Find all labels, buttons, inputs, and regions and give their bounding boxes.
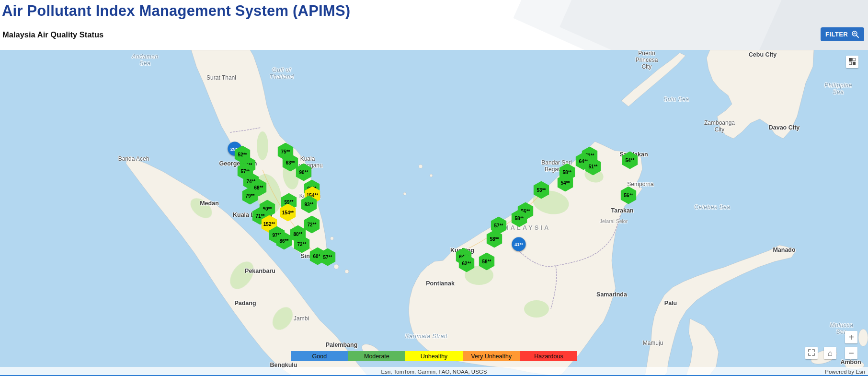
marker-layer: 25**52**75**63**62**57**90**74**68**96**… <box>0 50 868 376</box>
fullscreen-button[interactable] <box>805 347 818 359</box>
zoom-out-button[interactable]: − <box>845 347 857 359</box>
home-icon: ⌂ <box>828 349 833 357</box>
aqi-station-marker[interactable]: 58** <box>479 253 495 271</box>
overview-grid-icon <box>849 58 856 66</box>
aqi-station-marker[interactable]: 53** <box>534 181 549 199</box>
apims-page: Air Pollutant Index Management System (A… <box>0 0 868 377</box>
page-title: Air Pollutant Index Management System (A… <box>2 2 350 20</box>
attribution-sources: Esri, TomTom, Garmin, FAO, NOAA, USGS <box>381 369 487 375</box>
zoom-in-button[interactable]: + <box>845 331 857 343</box>
filter-button-label: FILTER <box>825 31 848 38</box>
expand-icon <box>808 349 815 357</box>
home-button[interactable]: ⌂ <box>824 347 836 359</box>
aqi-station-marker[interactable]: 56** <box>621 187 637 204</box>
legend-hazardous: Hazardous <box>520 351 577 361</box>
search-filter-icon <box>851 30 859 38</box>
legend-unhealthy: Unhealthy <box>405 351 463 361</box>
legend-good: Good <box>291 351 348 361</box>
header: Air Pollutant Index Management System (A… <box>0 0 868 50</box>
aqi-station-marker[interactable]: 72** <box>304 216 320 234</box>
bottom-accent-line <box>0 375 868 376</box>
legend-very-unhealthy: Very Unhealthy <box>463 351 520 361</box>
filter-button[interactable]: FILTER <box>821 27 864 41</box>
aqi-station-marker[interactable]: 41** <box>512 237 526 251</box>
aqi-station-marker[interactable]: 54** <box>622 152 638 169</box>
overview-map-button[interactable] <box>846 56 858 68</box>
legend-moderate: Moderate <box>348 351 406 361</box>
page-subtitle: Malaysia Air Quality Status <box>2 30 103 39</box>
legend: GoodModerateUnhealthyVery UnhealthyHazar… <box>291 351 577 361</box>
air-quality-map[interactable]: Andaman SeaGulf of ThailandSurat ThaniBa… <box>0 50 868 376</box>
